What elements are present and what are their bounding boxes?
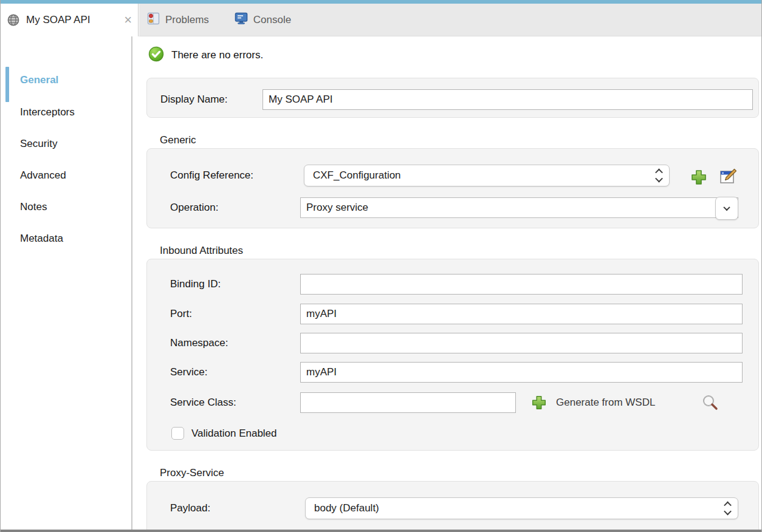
dropdown-stepper-icon <box>717 502 738 515</box>
tab-console[interactable]: Console <box>235 12 291 27</box>
generate-from-wsdl-label[interactable]: Generate from WSDL <box>556 392 655 413</box>
search-wsdl-icon[interactable] <box>701 394 719 412</box>
sidebar-item-interceptors[interactable]: Interceptors <box>20 105 75 120</box>
port-input[interactable] <box>300 304 743 324</box>
binding-id-input[interactable] <box>300 274 743 295</box>
sidebar-item-advanced[interactable]: Advanced <box>20 168 66 183</box>
validation-enabled-label: Validation Enabled <box>191 423 277 444</box>
properties-editor-window: My SOAP API × Problems <box>0 0 762 532</box>
close-icon[interactable]: × <box>124 14 132 26</box>
config-reference-select[interactable]: CXF_Configuration <box>304 165 670 186</box>
tab-console-label: Console <box>253 14 291 26</box>
globe-icon <box>7 13 20 27</box>
sidebar-item-general[interactable]: General <box>20 73 58 87</box>
display-name-group: Display Name: <box>146 78 759 118</box>
success-check-icon <box>148 46 164 64</box>
operation-value: Proxy service <box>301 202 738 214</box>
service-class-input[interactable] <box>300 392 516 413</box>
add-config-button[interactable] <box>690 168 708 186</box>
display-name-input[interactable] <box>263 89 753 110</box>
namespace-input[interactable] <box>300 333 743 353</box>
edit-config-icon[interactable] <box>718 166 738 187</box>
sidebar-item-notes[interactable]: Notes <box>20 200 47 214</box>
service-input[interactable] <box>300 362 743 383</box>
sidebar-item-metadata[interactable]: Metadata <box>20 231 63 246</box>
service-label: Service: <box>170 362 207 383</box>
tab-title: My SOAP API <box>26 14 122 26</box>
payload-select[interactable]: body (Default) <box>305 497 738 519</box>
generate-from-wsdl-add-button[interactable] <box>530 394 547 411</box>
port-label: Port: <box>170 304 192 324</box>
validation-status: There are no errors. <box>148 46 263 64</box>
operation-label: Operation: <box>170 197 218 218</box>
view-tabs-area: Problems Console <box>139 4 762 36</box>
config-reference-label: Config Reference: <box>170 165 253 186</box>
operation-select[interactable]: Proxy service <box>300 197 738 218</box>
namespace-label: Namespace: <box>170 333 228 353</box>
status-message: There are no errors. <box>171 49 263 61</box>
generic-section-heading: Generic <box>160 134 196 147</box>
config-reference-value: CXF_Configuration <box>304 169 648 182</box>
sidebar-item-security[interactable]: Security <box>20 137 57 151</box>
active-section-indicator <box>5 67 9 102</box>
payload-label: Payload: <box>170 497 210 519</box>
dropdown-stepper-icon <box>648 169 669 182</box>
proxy-service-group: Payload: body (Default) <box>146 481 759 532</box>
display-name-label: Display Name: <box>160 89 228 110</box>
window-bottom-border <box>1 530 762 532</box>
proxy-service-section-heading: Proxy-Service <box>160 466 224 480</box>
tab-problems-label: Problems <box>165 14 209 26</box>
sections-sidebar: General Interceptors Security Advanced N… <box>1 36 132 530</box>
tab-problems[interactable]: Problems <box>147 12 209 27</box>
binding-id-label: Binding ID: <box>170 274 221 295</box>
service-class-label: Service Class: <box>170 392 236 413</box>
problems-icon <box>147 12 160 27</box>
payload-value: body (Default) <box>306 502 717 514</box>
generic-group: Config Reference: CXF_Configuration <box>146 148 759 228</box>
tab-bar: My SOAP API × Problems <box>1 4 762 36</box>
inbound-section-heading: Inbound Attributes <box>160 244 243 257</box>
inbound-group: Binding ID: Port: Namespace: Service: Se… <box>146 259 759 451</box>
chevron-down-icon <box>715 197 738 220</box>
validation-enabled-checkbox[interactable] <box>171 427 184 440</box>
console-icon <box>235 12 248 27</box>
tab-my-soap-api[interactable]: My SOAP API × <box>1 4 139 36</box>
